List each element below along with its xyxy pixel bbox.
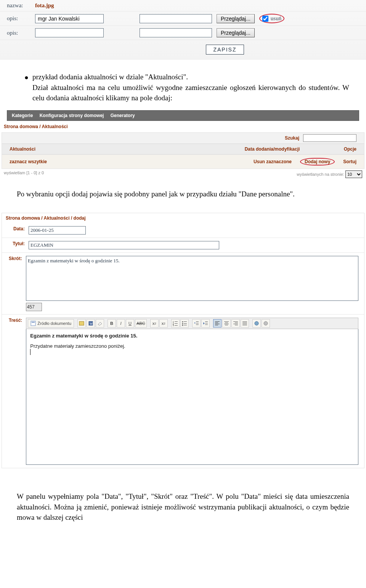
svg-rect-15 bbox=[184, 323, 187, 324]
svg-marker-5 bbox=[98, 322, 102, 325]
delete-selected-link[interactable]: Usun zaznaczone bbox=[254, 159, 292, 164]
svg-rect-19 bbox=[196, 321, 199, 322]
doc-paragraph-2: Po wybraniu opcji dodaj pojawia się podo… bbox=[0, 180, 366, 213]
name-row: nazwa: fota.jpg bbox=[0, 0, 366, 11]
content-line-2: Przydatne materiały zamieszczono poniżej… bbox=[30, 343, 354, 349]
templates-icon[interactable] bbox=[77, 319, 86, 328]
per-page-select[interactable]: 10 bbox=[345, 170, 362, 178]
svg-text:W: W bbox=[90, 322, 93, 326]
superscript-icon[interactable]: x2 bbox=[159, 319, 168, 328]
header-row: Aktualności Data dodania/modyfikacji Opc… bbox=[2, 144, 364, 154]
svg-rect-9 bbox=[175, 323, 178, 324]
editor-toolbar: Źródło dokumentu W B I U ABC x2 x2 123 bbox=[26, 318, 358, 329]
align-justify-icon[interactable] bbox=[241, 319, 249, 328]
svg-rect-37 bbox=[235, 325, 238, 325]
search-input[interactable] bbox=[303, 134, 356, 142]
bullet-icon: ● bbox=[24, 72, 29, 103]
save-row: ZAPISZ bbox=[206, 40, 244, 56]
svg-point-16 bbox=[182, 325, 183, 326]
upload-panel: nazwa: fota.jpg opis: Przeglądaj... usuń… bbox=[0, 0, 366, 59]
file-path-input-1[interactable] bbox=[140, 14, 212, 23]
title-input[interactable] bbox=[29, 241, 219, 249]
svg-marker-18 bbox=[194, 322, 196, 323]
svg-rect-26 bbox=[215, 321, 220, 322]
eraser-icon[interactable] bbox=[96, 319, 104, 328]
nav-generatory[interactable]: Generatory bbox=[111, 113, 135, 118]
svg-rect-21 bbox=[196, 325, 199, 325]
svg-rect-11 bbox=[175, 325, 178, 326]
title-row: Tytuł: bbox=[2, 238, 364, 253]
editor-content[interactable]: Egzamin z matematyki w środę o godzinie … bbox=[26, 329, 358, 465]
delete-annotation: usuń bbox=[259, 14, 284, 23]
add-panel: Strona domowa / Aktualności / dodaj Data… bbox=[2, 213, 364, 468]
opis-row-2: opis: Przeglądaj... bbox=[0, 26, 366, 40]
svg-rect-2 bbox=[79, 321, 84, 325]
ol-icon[interactable]: 123 bbox=[171, 319, 180, 328]
opis-row-1: opis: Przeglądaj... usuń bbox=[0, 11, 366, 26]
file-path-input-2[interactable] bbox=[140, 28, 212, 37]
tresc-row: Treść: Źródło dokumentu W B I U ABC x2 x… bbox=[2, 315, 364, 468]
ul-icon[interactable] bbox=[180, 319, 189, 328]
svg-rect-0 bbox=[31, 321, 35, 326]
svg-rect-13 bbox=[184, 321, 187, 322]
svg-rect-17 bbox=[184, 325, 187, 325]
indent-icon[interactable] bbox=[201, 319, 210, 328]
source-icon bbox=[30, 321, 36, 326]
select-all-link[interactable]: zaznacz wszytkie bbox=[10, 159, 245, 164]
svg-rect-7 bbox=[175, 321, 178, 322]
add-breadcrumb: Strona domowa / Aktualności / dodaj bbox=[2, 213, 364, 223]
svg-rect-35 bbox=[235, 323, 238, 323]
svg-rect-40 bbox=[242, 324, 247, 324]
svg-rect-25 bbox=[205, 325, 208, 325]
outdent-icon[interactable] bbox=[192, 319, 201, 328]
svg-rect-27 bbox=[215, 323, 218, 323]
source-button[interactable]: Źródło dokumentu bbox=[28, 319, 74, 328]
italic-icon[interactable]: I bbox=[117, 319, 125, 328]
svg-rect-41 bbox=[242, 325, 247, 325]
subscript-icon[interactable]: x2 bbox=[150, 319, 159, 328]
actions-row: zaznacz wszytkie Usun zaznaczone Dodaj n… bbox=[2, 154, 364, 169]
date-input[interactable] bbox=[29, 226, 86, 235]
paragraph-1: Dział aktualności ma na celu umożliwić w… bbox=[32, 84, 349, 102]
svg-rect-1 bbox=[32, 322, 35, 323]
skrot-textarea[interactable]: Egzamin z matematyki w środę o godzinie … bbox=[26, 256, 358, 301]
status-left: wyświetlam [1 - 0] z 0 bbox=[4, 170, 44, 178]
strike-icon[interactable]: ABC bbox=[135, 319, 147, 328]
bullet-text: przykład dodania aktualności w dziale "A… bbox=[32, 73, 188, 81]
nav-kategorie[interactable]: Kategorie bbox=[12, 113, 33, 118]
search-label: Szukaj bbox=[285, 135, 299, 141]
link-icon[interactable] bbox=[252, 319, 261, 328]
char-counter: 457 bbox=[26, 303, 42, 311]
align-right-icon[interactable] bbox=[231, 319, 240, 328]
delete-checkbox[interactable] bbox=[262, 16, 268, 22]
opis-input-1[interactable] bbox=[35, 14, 104, 23]
underline-icon[interactable]: U bbox=[126, 319, 134, 328]
date-label: Data: bbox=[9, 226, 25, 231]
sort-link[interactable]: Sortuj bbox=[343, 159, 356, 164]
svg-rect-30 bbox=[224, 321, 229, 322]
svg-rect-24 bbox=[205, 323, 208, 323]
skrot-label: Skrót: bbox=[9, 256, 22, 261]
opis-input-2[interactable] bbox=[35, 28, 104, 37]
delete-label: usuń bbox=[271, 15, 281, 22]
browse-button-2[interactable]: Przeglądaj... bbox=[217, 28, 255, 37]
align-left-icon[interactable] bbox=[213, 319, 222, 328]
status-right: wyświetlanych na stronie: bbox=[297, 172, 344, 177]
skrot-row: Skrót: Egzamin z matematyki w środę o go… bbox=[2, 253, 364, 315]
unlink-icon[interactable] bbox=[262, 319, 270, 328]
svg-rect-20 bbox=[196, 323, 199, 323]
text-cursor bbox=[30, 349, 30, 355]
nav-konfiguracja[interactable]: Konfiguracja strony domowej bbox=[40, 113, 104, 118]
title-label: Tytuł: bbox=[9, 241, 25, 246]
add-new-link[interactable]: Dodaj nowy bbox=[300, 158, 335, 165]
top-nav-bar: Kategorie Konfiguracja strony domowej Ge… bbox=[7, 110, 359, 121]
browse-button-1[interactable]: Przeglądaj... bbox=[217, 14, 255, 23]
save-button[interactable]: ZAPISZ bbox=[206, 45, 244, 55]
svg-marker-22 bbox=[203, 322, 205, 325]
align-center-icon[interactable] bbox=[222, 319, 231, 328]
paste-word-icon[interactable]: W bbox=[87, 319, 95, 328]
status-row: wyświetlam [1 - 0] z 0 wyświetlanych na … bbox=[2, 169, 364, 180]
bold-icon[interactable]: B bbox=[108, 319, 116, 328]
doc-paragraph-3: W panelu wypełniamy pola "Data", "Tytuł"… bbox=[0, 468, 366, 537]
svg-rect-34 bbox=[233, 321, 238, 322]
